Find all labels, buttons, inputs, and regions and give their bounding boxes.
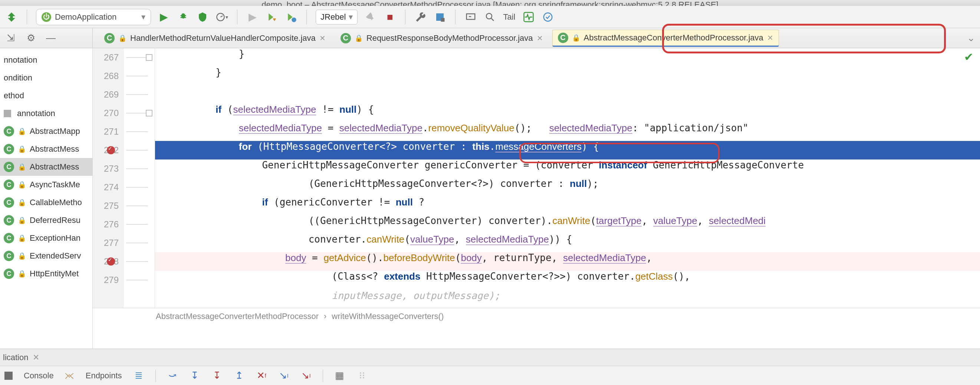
debug-session-tab[interactable]: lication [3,353,28,363]
fold-gutter[interactable] [124,141,155,159]
stop-icon[interactable]: ■ [383,11,396,23]
structure-node[interactable]: nnotation [0,51,92,69]
step-over-icon[interactable]: ⤻ [167,370,178,381]
code-line[interactable] [155,85,980,104]
code-line[interactable]: for (HttpMessageConverter<?> converter :… [155,141,980,159]
close-icon[interactable]: ✕ [319,34,326,43]
fold-gutter[interactable] [124,104,155,123]
fold-gutter[interactable] [124,178,155,197]
search-icon[interactable] [484,11,496,23]
code-line[interactable]: ((GenericHttpMessageConverter) converter… [155,215,980,234]
run-to-cursor-icon[interactable]: ↘I [278,370,290,381]
tab-handler-composite[interactable]: C 🔒 HandlerMethodReturnValueHandlerCompo… [99,30,331,47]
list-icon[interactable]: ≣ [133,370,144,381]
check-circle-icon[interactable] [542,11,554,23]
structure-node[interactable]: C🔒DeferredResu [0,212,92,229]
build-icon[interactable] [5,11,18,23]
fold-gutter[interactable] [124,252,155,271]
structure-node[interactable]: ondition [0,69,92,87]
breakpoint-icon[interactable] [107,258,115,266]
coverage-icon[interactable] [196,11,209,23]
structure-node[interactable]: C🔒CallableMetho [0,194,92,212]
tabs-overflow-icon[interactable]: ⌄ [962,28,980,48]
line-number: 268 [93,67,124,85]
fold-gutter[interactable] [124,234,155,252]
breakpoint-icon[interactable] [107,146,115,154]
run-icon[interactable]: ▶ [158,11,170,23]
force-run-to-cursor-icon[interactable]: ↘I [301,370,312,381]
jrebel-combo[interactable]: JRebel▾ [316,10,358,24]
fold-gutter[interactable] [124,215,155,234]
run-config-combo[interactable]: ⏻ DemoApplication ▾ [36,9,151,25]
fold-gutter[interactable] [124,67,155,85]
evaluate-icon[interactable]: ▦ [334,370,345,381]
code-line[interactable]: converter.canWrite(valueType, selectedMe… [155,234,980,252]
tab-abstract-message-converter[interactable]: C 🔒 AbstractMessageConverterMethodProces… [552,30,779,47]
structure-node-selected[interactable]: C🔒AbstractMess [0,158,92,176]
code-line[interactable]: body = getAdvice().beforeBodyWrite(body,… [155,252,980,271]
code-line[interactable]: (GenericHttpMessageConverter<?>) convert… [155,178,980,197]
node-label: AbstractMess [30,144,79,154]
structure-node[interactable]: C🔒HttpEntityMet [0,265,92,283]
code-line[interactable]: } [155,67,980,85]
force-step-into-icon[interactable]: ↧ [212,370,223,381]
screen-icon[interactable] [465,11,477,23]
node-label: AbstractMess [30,162,79,172]
profiler-icon[interactable]: ▾ [215,11,228,23]
debug-icon[interactable] [177,11,189,23]
main-toolbar: ⏻ DemoApplication ▾ ▶ ▾ ▶ JRebel▾ ■ Tail [0,6,980,28]
code-line[interactable]: inputMessage, outputMessage); [155,289,980,302]
wrench-icon[interactable] [414,11,427,23]
code-line[interactable]: } [155,48,980,67]
gear-icon[interactable]: ⚙ [25,33,37,44]
close-icon[interactable]: ✕ [33,353,39,363]
structure-node[interactable]: C🔒AsyncTaskMe [0,176,92,194]
tail-label[interactable]: Tail [503,12,515,22]
structure-node[interactable]: C🔒AbstractMapp [0,123,92,140]
fold-gutter[interactable] [124,48,155,67]
node-label: ondition [4,73,32,83]
node-label: ExtendedServ [30,251,81,261]
breadcrumb-method[interactable]: writeWithMessageConverters() [332,312,444,321]
lock-icon: 🔒 [18,127,26,135]
code-line[interactable]: GenericHttpMessageConverter genericConve… [155,159,980,178]
close-icon[interactable]: ✕ [537,34,543,43]
console-tab[interactable]: Console [24,371,54,380]
fold-gutter[interactable] [124,85,155,104]
structure-node[interactable]: C🔒AbstractMess [0,140,92,158]
breadcrumb-class[interactable]: AbstractMessageConverterMethodProcessor [156,312,319,321]
structure-tool-window[interactable]: nnotation ondition ethod annotation C🔒Ab… [0,48,93,348]
step-into-icon[interactable]: ↧ [189,370,200,381]
structure-node[interactable]: annotation [0,105,92,123]
minimize-icon[interactable]: — [45,33,56,44]
code-line[interactable]: if (selectedMediaType != null) { [155,104,980,123]
tab-request-response-processor[interactable]: C 🔒 RequestResponseBodyMethodProcessor.j… [335,30,549,47]
rerun-icon[interactable] [266,11,278,23]
pulse-icon[interactable] [522,11,535,23]
code-line[interactable]: (Class<? extends HttpMessageConverter<?>… [155,271,980,289]
drop-frame-icon[interactable]: ✕f [256,370,267,381]
trace-icon[interactable]: ⁝⁝ [356,370,368,381]
expand-icon[interactable]: ⇲ [5,33,16,44]
jrebel-rocket-icon[interactable] [364,11,377,23]
endpoints-tab[interactable]: Endpoints [86,371,122,380]
update-icon[interactable] [285,11,298,23]
code-editor[interactable]: ✔ 267 }268 }269270 if (selectedMediaType… [93,48,980,348]
structure-node[interactable]: C🔒ExceptionHan [0,229,92,247]
node-label: ExceptionHan [30,233,81,243]
fold-gutter[interactable] [124,123,155,141]
fold-gutter[interactable] [124,271,155,289]
fold-gutter[interactable] [124,159,155,178]
lock-icon: 🔒 [18,216,26,224]
java-class-icon: C [4,180,14,190]
structure-node[interactable]: C🔒ExtendedServ [0,247,92,265]
db-icon[interactable] [434,11,446,23]
step-out-icon[interactable]: ↥ [234,370,245,381]
close-icon[interactable]: ✕ [767,33,773,42]
code-line[interactable]: if (genericConverter != null ? [155,197,980,215]
code-line[interactable]: selectedMediaType = selectedMediaType.re… [155,123,980,141]
structure-node[interactable]: ethod [0,87,92,105]
fold-gutter[interactable] [124,197,155,215]
breadcrumb-bar[interactable]: AbstractMessageConverterMethodProcessor … [93,308,980,324]
divider [306,10,307,24]
